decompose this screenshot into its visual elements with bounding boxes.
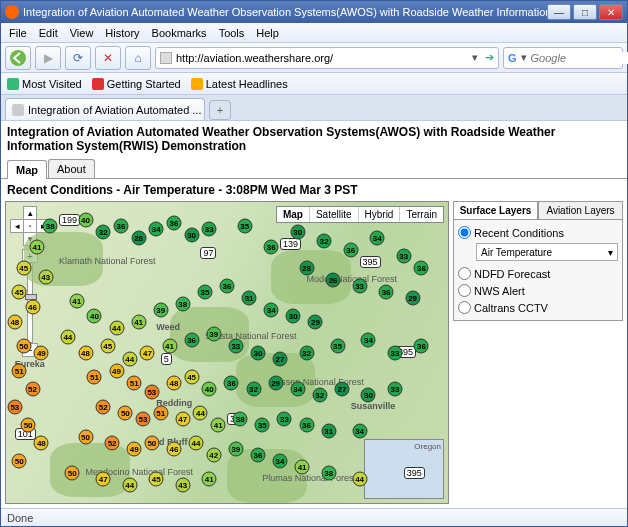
menu-bookmarks[interactable]: Bookmarks bbox=[146, 25, 213, 41]
station-marker[interactable]: 53 bbox=[136, 411, 151, 426]
station-marker[interactable]: 44 bbox=[189, 435, 204, 450]
station-marker[interactable]: 50 bbox=[65, 465, 80, 480]
menu-edit[interactable]: Edit bbox=[33, 25, 64, 41]
station-marker[interactable]: 43 bbox=[38, 270, 53, 285]
station-marker[interactable]: 40 bbox=[202, 381, 217, 396]
station-marker[interactable]: 49 bbox=[34, 345, 49, 360]
station-marker[interactable]: 44 bbox=[122, 351, 137, 366]
layer-radio-row[interactable]: Caltrans CCTV bbox=[458, 299, 618, 316]
station-marker[interactable]: 36 bbox=[343, 243, 358, 258]
maximize-button[interactable]: □ bbox=[573, 4, 597, 20]
station-marker[interactable]: 40 bbox=[87, 309, 102, 324]
station-marker[interactable]: 38 bbox=[321, 465, 336, 480]
station-marker[interactable]: 27 bbox=[334, 381, 349, 396]
station-marker[interactable]: 48 bbox=[34, 435, 49, 450]
layer-radio-row[interactable]: NWS Alert bbox=[458, 282, 618, 299]
station-marker[interactable]: 50 bbox=[16, 339, 31, 354]
station-marker[interactable]: 50 bbox=[21, 417, 36, 432]
reload-button[interactable]: ⟳ bbox=[65, 46, 91, 70]
station-marker[interactable]: 49 bbox=[127, 441, 142, 456]
station-marker[interactable]: 30 bbox=[361, 387, 376, 402]
station-marker[interactable]: 44 bbox=[122, 477, 137, 492]
station-marker[interactable]: 36 bbox=[414, 261, 429, 276]
layer-radio[interactable] bbox=[458, 284, 471, 297]
station-marker[interactable]: 33 bbox=[396, 249, 411, 264]
station-marker[interactable]: 50 bbox=[118, 405, 133, 420]
station-marker[interactable]: 32 bbox=[246, 381, 261, 396]
station-marker[interactable]: 36 bbox=[166, 216, 181, 231]
titlebar[interactable]: Integration of Aviation Automated Weathe… bbox=[1, 1, 627, 23]
station-marker[interactable]: 36 bbox=[113, 219, 128, 234]
back-button[interactable] bbox=[5, 46, 31, 70]
search-bar[interactable]: G ▾ bbox=[503, 47, 623, 69]
tab-aviation-layers[interactable]: Aviation Layers bbox=[538, 201, 623, 220]
station-marker[interactable]: 41 bbox=[202, 471, 217, 486]
tab-surface-layers[interactable]: Surface Layers bbox=[453, 201, 538, 220]
station-marker[interactable]: 39 bbox=[206, 327, 221, 342]
stop-button[interactable]: ✕ bbox=[95, 46, 121, 70]
search-input[interactable] bbox=[531, 52, 628, 64]
station-marker[interactable]: 30 bbox=[286, 309, 301, 324]
station-marker[interactable]: 30 bbox=[290, 225, 305, 240]
station-marker[interactable]: 52 bbox=[105, 435, 120, 450]
station-marker[interactable]: 33 bbox=[352, 279, 367, 294]
station-marker[interactable]: 42 bbox=[206, 447, 221, 462]
station-marker[interactable]: 36 bbox=[220, 279, 235, 294]
station-marker[interactable]: 45 bbox=[149, 471, 164, 486]
menu-tools[interactable]: Tools bbox=[213, 25, 251, 41]
close-button[interactable]: ✕ bbox=[599, 4, 623, 20]
station-marker[interactable]: 34 bbox=[352, 423, 367, 438]
station-marker[interactable]: 29 bbox=[268, 375, 283, 390]
station-marker[interactable]: 30 bbox=[250, 345, 265, 360]
tab-about[interactable]: About bbox=[48, 159, 95, 178]
station-marker[interactable]: 51 bbox=[12, 363, 27, 378]
station-marker[interactable]: 33 bbox=[202, 222, 217, 237]
go-icon[interactable]: ➔ bbox=[485, 51, 494, 64]
layer-radio-row[interactable]: NDFD Forecast bbox=[458, 265, 618, 282]
station-marker[interactable]: 53 bbox=[144, 384, 159, 399]
forward-button[interactable]: ▶ bbox=[35, 46, 61, 70]
station-marker[interactable]: 36 bbox=[224, 375, 239, 390]
station-marker[interactable]: 50 bbox=[78, 429, 93, 444]
station-marker[interactable]: 26 bbox=[326, 273, 341, 288]
bookmark-item[interactable]: Most Visited bbox=[7, 78, 82, 90]
station-marker[interactable]: 41 bbox=[211, 417, 226, 432]
station-marker[interactable]: 33 bbox=[277, 411, 292, 426]
station-marker[interactable]: 47 bbox=[140, 345, 155, 360]
station-marker[interactable]: 44 bbox=[109, 321, 124, 336]
menu-history[interactable]: History bbox=[99, 25, 145, 41]
station-marker[interactable]: 31 bbox=[321, 423, 336, 438]
station-marker[interactable]: 41 bbox=[295, 459, 310, 474]
station-marker[interactable]: 34 bbox=[290, 381, 305, 396]
station-marker[interactable]: 51 bbox=[127, 375, 142, 390]
station-marker[interactable]: 41 bbox=[131, 315, 146, 330]
layer-radio[interactable] bbox=[458, 301, 471, 314]
station-marker[interactable]: 31 bbox=[242, 291, 257, 306]
station-marker[interactable]: 45 bbox=[12, 285, 27, 300]
station-marker[interactable]: 36 bbox=[264, 240, 279, 255]
pan-reset-button[interactable]: ◦ bbox=[23, 219, 37, 233]
maptype-satellite[interactable]: Satellite bbox=[309, 207, 358, 222]
station-marker[interactable]: 34 bbox=[264, 303, 279, 318]
station-marker[interactable]: 51 bbox=[153, 405, 168, 420]
station-marker[interactable]: 44 bbox=[193, 405, 208, 420]
station-marker[interactable]: 32 bbox=[317, 234, 332, 249]
browser-tab[interactable]: Integration of Aviation Automated ... bbox=[5, 98, 205, 120]
station-marker[interactable]: 44 bbox=[60, 330, 75, 345]
tab-map[interactable]: Map bbox=[7, 160, 47, 179]
station-marker[interactable]: 35 bbox=[197, 285, 212, 300]
station-marker[interactable]: 28 bbox=[299, 261, 314, 276]
station-marker[interactable]: 35 bbox=[330, 339, 345, 354]
station-marker[interactable]: 35 bbox=[237, 219, 252, 234]
maptype-map[interactable]: Map bbox=[277, 207, 309, 222]
maptype-hybrid[interactable]: Hybrid bbox=[358, 207, 400, 222]
station-marker[interactable]: 45 bbox=[100, 339, 115, 354]
url-bar[interactable]: ▾ ➔ bbox=[155, 47, 499, 69]
pan-left-button[interactable]: ◂ bbox=[10, 219, 24, 233]
layer-radio[interactable] bbox=[458, 267, 471, 280]
url-dropdown-icon[interactable]: ▾ bbox=[469, 51, 481, 64]
menu-view[interactable]: View bbox=[64, 25, 100, 41]
station-marker[interactable]: 53 bbox=[7, 399, 22, 414]
station-marker[interactable]: 35 bbox=[255, 417, 270, 432]
station-marker[interactable]: 34 bbox=[149, 222, 164, 237]
